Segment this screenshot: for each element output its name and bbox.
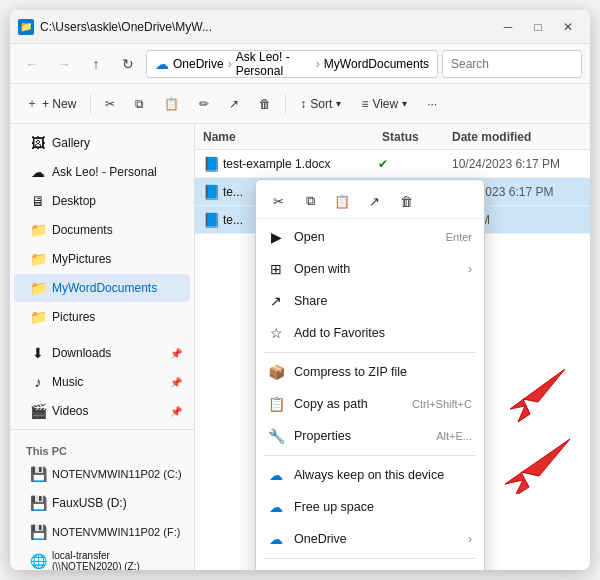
ctx-item-openwith[interactable]: ⊞ Open with › — [256, 253, 484, 285]
desktop-icon: 🖥 — [30, 193, 46, 209]
sidebar-item-desktop[interactable]: 🖥 Desktop — [14, 187, 190, 215]
sidebar-label-mypictures: MyPictures — [52, 252, 111, 266]
ctx-item-properties[interactable]: 🔧 Properties Alt+E... — [256, 420, 484, 452]
search-input[interactable] — [442, 50, 582, 78]
sort-button[interactable]: ↕ Sort ▾ — [292, 89, 349, 119]
rename-icon: ✏ — [199, 97, 209, 111]
cut-icon: ✂ — [105, 97, 115, 111]
paste-button[interactable]: 📋 — [156, 89, 187, 119]
drive-c-icon: 💾 — [30, 466, 46, 482]
refresh-button[interactable]: ↻ — [114, 50, 142, 78]
drive-f-icon: 💾 — [30, 524, 46, 540]
breadcrumb[interactable]: ☁ OneDrive › Ask Leo! - Personal › MyWor… — [146, 50, 438, 78]
myworddocs-icon: 📁 — [30, 280, 46, 296]
file-icon: 📘 — [203, 212, 219, 228]
ctx-item-keepondevice[interactable]: ☁ Always keep on this device — [256, 459, 484, 491]
window-controls: ─ □ ✕ — [494, 13, 582, 41]
addressbar: ← → ↑ ↻ ☁ OneDrive › Ask Leo! - Personal… — [10, 44, 590, 84]
rename-button[interactable]: ✏ — [191, 89, 217, 119]
sidebar-label-pictures: Pictures — [52, 310, 95, 324]
ctx-copy-button[interactable]: ⧉ — [296, 188, 324, 214]
thispc-section-label: This PC — [10, 437, 194, 459]
sidebar-item-askleopersonal[interactable]: ☁ Ask Leo! - Personal — [14, 158, 190, 186]
sidebar-item-z[interactable]: 🌐 local-transfer (\\NOTEN2020) (Z:) — [14, 547, 190, 570]
ctx-delete-button[interactable]: 🗑 — [392, 188, 420, 214]
sidebar-label-videos: Videos — [52, 404, 88, 418]
minimize-button[interactable]: ─ — [494, 13, 522, 41]
sidebar-item-f[interactable]: 💾 NOTENVMWIN11P02 (F:) — [14, 518, 190, 546]
ctx-item-open[interactable]: ▶ Open Enter — [256, 221, 484, 253]
file-icon: 📘 — [203, 184, 219, 200]
new-button[interactable]: ＋ + New — [18, 89, 84, 119]
col-header-status[interactable]: Status — [382, 130, 452, 144]
ctx-item-showmore[interactable]: ⊞ Show more options — [256, 562, 484, 570]
view-icon: ≡ — [361, 97, 368, 111]
ctx-item-favorites[interactable]: ☆ Add to Favorites — [256, 317, 484, 349]
ctx-label-properties: Properties — [294, 429, 426, 443]
col-header-name[interactable]: Name — [203, 130, 382, 144]
sidebar-label-myworddocs: MyWordDocuments — [52, 281, 157, 295]
sort-label: Sort — [310, 97, 332, 111]
sidebar-item-mypictures[interactable]: 📁 MyPictures — [14, 245, 190, 273]
sort-chevron: ▾ — [336, 98, 341, 109]
back-button[interactable]: ← — [18, 50, 46, 78]
pin-icon-music: 📌 — [170, 377, 182, 388]
copy-button[interactable]: ⧉ — [127, 89, 152, 119]
sidebar-item-downloads[interactable]: ⬇ Downloads 📌 — [14, 339, 190, 367]
ctx-cut-button[interactable]: ✂ — [264, 188, 292, 214]
titlebar: 📁 C:\Users\askle\OneDrive\MyW... ─ □ ✕ — [10, 10, 590, 44]
share-button[interactable]: ↗ — [221, 89, 247, 119]
sidebar-item-videos[interactable]: 🎬 Videos 📌 — [14, 397, 190, 425]
view-chevron: ▾ — [402, 98, 407, 109]
delete-button[interactable]: 🗑 — [251, 89, 279, 119]
up-button[interactable]: ↑ — [82, 50, 110, 78]
ctx-item-share[interactable]: ↗ Share — [256, 285, 484, 317]
context-toolbar: ✂ ⧉ 📋 ↗ 🗑 — [256, 184, 484, 219]
sidebar-item-d[interactable]: 💾 FauxUSB (D:) — [14, 489, 190, 517]
share-icon: ↗ — [229, 97, 239, 111]
ctx-item-compress[interactable]: 📦 Compress to ZIP file — [256, 356, 484, 388]
forward-button[interactable]: → — [50, 50, 78, 78]
file-status: ✔ — [378, 157, 448, 171]
ctx-label-onedrive: OneDrive — [294, 532, 458, 546]
window-title: C:\Users\askle\OneDrive\MyW... — [40, 20, 494, 34]
sidebar-item-gallery[interactable]: 🖼 Gallery — [14, 129, 190, 157]
col-header-date[interactable]: Date modified — [452, 130, 582, 144]
delete-icon: 🗑 — [259, 97, 271, 111]
sidebar-label-askleopersonal: Ask Leo! - Personal — [52, 165, 157, 179]
new-icon: ＋ — [26, 95, 38, 112]
ctx-paste-button[interactable]: 📋 — [328, 188, 356, 214]
breadcrumb-part2: Ask Leo! - Personal — [236, 50, 312, 78]
sidebar-item-c[interactable]: 💾 NOTENVMWIN11P02 (C:) — [14, 460, 190, 488]
sidebar-item-myworddocuments[interactable]: 📁 MyWordDocuments — [14, 274, 190, 302]
new-label: + New — [42, 97, 76, 111]
ctx-item-freeupspace[interactable]: ☁ Free up space — [256, 491, 484, 523]
sidebar-label-downloads: Downloads — [52, 346, 111, 360]
copy-icon: ⧉ — [135, 97, 144, 111]
close-button[interactable]: ✕ — [554, 13, 582, 41]
music-icon: ♪ — [30, 374, 46, 390]
paste-icon: 📋 — [164, 97, 179, 111]
sidebar-item-documents[interactable]: 📁 Documents — [14, 216, 190, 244]
ctx-share-button[interactable]: ↗ — [360, 188, 388, 214]
view-label: View — [372, 97, 398, 111]
maximize-button[interactable]: □ — [524, 13, 552, 41]
openwith-icon: ⊞ — [268, 261, 284, 277]
breadcrumb-part1: OneDrive — [173, 57, 224, 71]
file-name: test-example 1.docx — [223, 157, 374, 171]
more-button[interactable]: ··· — [419, 89, 445, 119]
ctx-label-copypath: Copy as path — [294, 397, 402, 411]
openwith-arrow: › — [468, 262, 472, 276]
table-row[interactable]: 📘 test-example 1.docx ✔ 10/24/2023 6:17 … — [195, 150, 590, 178]
ctx-item-copypath[interactable]: 📋 Copy as path Ctrl+Shift+C — [256, 388, 484, 420]
more-icon: ··· — [427, 97, 437, 111]
onedrive-ctx-icon: ☁ — [268, 531, 284, 547]
view-button[interactable]: ≡ View ▾ — [353, 89, 415, 119]
ctx-item-onedrive[interactable]: ☁ OneDrive › — [256, 523, 484, 555]
cut-button[interactable]: ✂ — [97, 89, 123, 119]
sidebar-item-music[interactable]: ♪ Music 📌 — [14, 368, 190, 396]
ctx-separator2 — [264, 455, 476, 456]
ctx-separator3 — [264, 558, 476, 559]
sidebar-item-pictures[interactable]: 📁 Pictures — [14, 303, 190, 331]
sidebar-label-d: FauxUSB (D:) — [52, 496, 127, 510]
